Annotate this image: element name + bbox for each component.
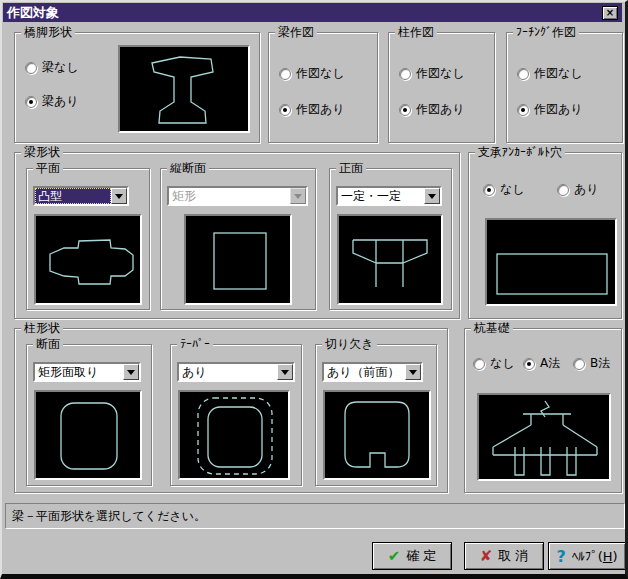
beam-vertical-section-combobox[interactable]: 矩形 — [167, 186, 308, 206]
group-pier-shape: 橋脚形状 梁なし 梁あり — [14, 32, 260, 143]
radio-beam-none[interactable]: 梁なし — [25, 59, 79, 76]
bearing-holes-preview — [485, 218, 617, 306]
radio-bearing-holes-none-label: なし — [500, 181, 525, 198]
group-beam-draw: 梁作図 作図なし 作図あり — [268, 32, 378, 143]
drawing-target-dialog: 作図対象 × 橋脚形状 梁なし 梁あり 梁作図 作図なし 作図あり — [0, 0, 628, 579]
beam-vertical-section-label: 縦断面 — [167, 161, 209, 175]
bearing-holes-graphic — [487, 220, 615, 304]
radio-pile-method-a-circle[interactable] — [523, 358, 535, 370]
radio-bearing-holes-none-circle[interactable] — [483, 184, 495, 196]
beam-front-preview — [337, 214, 443, 305]
column-notch-preview — [323, 390, 431, 480]
help-button-label: ﾍﾙﾌﾟ(H) — [572, 549, 618, 564]
beam-plan-dropdown-arrow-icon[interactable] — [111, 188, 127, 204]
column-taper-combobox[interactable]: あり — [177, 362, 295, 382]
radio-pile-method-a-label: A法 — [540, 355, 560, 372]
column-taper-preview — [178, 390, 290, 480]
radio-pile-none-circle[interactable] — [473, 358, 485, 370]
title-bar[interactable]: 作図対象 × — [3, 3, 622, 22]
radio-pile-none-label: なし — [490, 355, 515, 372]
radio-beam-yes-label: 梁あり — [42, 93, 79, 110]
radio-footing-draw-on[interactable]: 作図あり — [517, 101, 583, 118]
column-taper-value: あり — [179, 364, 277, 380]
column-section-value: 矩形面取り — [35, 364, 123, 380]
radio-footing-draw-on-circle[interactable] — [517, 104, 529, 116]
column-section-combobox[interactable]: 矩形面取り — [33, 362, 141, 382]
group-pile-foundation-label: 杭基礎 — [471, 321, 513, 335]
close-icon: × — [606, 7, 614, 18]
beam-front-label: 正面 — [336, 161, 366, 175]
column-section-dropdown-arrow-icon[interactable] — [123, 364, 139, 380]
cancel-button-label: 取 消 — [498, 547, 528, 565]
beam-plan-combobox[interactable]: 凸型 — [33, 186, 129, 206]
beam-vertical-section-value: 矩形 — [169, 188, 290, 204]
pier-shape-preview — [118, 45, 250, 133]
pile-foundation-preview — [477, 393, 611, 481]
radio-pile-method-b-circle[interactable] — [573, 358, 585, 370]
radio-bearing-holes-yes-label: あり — [574, 181, 599, 198]
beam-plan-preview — [34, 214, 142, 305]
column-taper-dropdown-arrow-icon[interactable] — [277, 364, 293, 380]
column-taper-graphic — [180, 392, 288, 478]
beam-front-value: 一定・一定 — [338, 188, 424, 204]
radio-pile-method-b-label: B法 — [590, 355, 610, 372]
radio-beam-draw-off-label: 作図なし — [296, 65, 345, 82]
radio-column-draw-on[interactable]: 作図あり — [399, 101, 465, 118]
group-beam-shape-label: 梁形状 — [21, 145, 63, 159]
radio-footing-draw-off-circle[interactable] — [517, 68, 529, 80]
radio-beam-draw-on[interactable]: 作図あり — [279, 101, 345, 118]
column-notch-dropdown-arrow-icon[interactable] — [405, 364, 421, 380]
group-footing-draw-label: ﾌｰﾁﾝｸﾞ作図 — [513, 25, 579, 39]
radio-beam-draw-on-circle[interactable] — [279, 104, 291, 116]
beam-vertical-section-preview — [184, 214, 292, 305]
radio-column-draw-on-circle[interactable] — [399, 104, 411, 116]
beam-front-dropdown-arrow-icon[interactable] — [424, 188, 440, 204]
group-footing-draw: ﾌｰﾁﾝｸﾞ作図 作図なし 作図あり — [506, 32, 623, 143]
group-column-shape-label: 柱形状 — [21, 321, 63, 335]
radio-beam-none-circle[interactable] — [25, 62, 37, 74]
column-notch-label: 切り欠き — [322, 337, 377, 351]
question-mark-icon: ? — [556, 547, 565, 566]
beam-vertical-section-graphic — [186, 216, 290, 303]
beam-front-graphic — [339, 216, 441, 303]
radio-bearing-holes-yes[interactable]: あり — [557, 181, 599, 198]
radio-beam-draw-off[interactable]: 作図なし — [279, 65, 345, 82]
radio-beam-yes[interactable]: 梁あり — [25, 93, 79, 110]
radio-beam-draw-off-circle[interactable] — [279, 68, 291, 80]
group-bearing-holes-label: 支承ｱﾝｶｰﾎﾞﾙﾄ穴 — [475, 145, 565, 159]
column-notch-graphic — [325, 392, 429, 478]
column-section-preview — [34, 390, 142, 480]
beam-plan-value: 凸型 — [35, 188, 111, 204]
radio-column-draw-off-label: 作図なし — [416, 65, 465, 82]
radio-pile-method-b[interactable]: B法 — [573, 355, 610, 372]
window-title: 作図対象 — [7, 5, 59, 20]
group-column-draw-label: 柱作図 — [395, 25, 437, 39]
group-beam-draw-label: 梁作図 — [275, 25, 317, 39]
radio-bearing-holes-yes-circle[interactable] — [557, 184, 569, 196]
column-section-label: 断面 — [33, 337, 63, 351]
confirm-button[interactable]: ✔ 確 定 — [372, 542, 452, 570]
beam-plan-label: 平面 — [33, 161, 63, 175]
radio-column-draw-off-circle[interactable] — [399, 68, 411, 80]
status-message: 梁－平面形状を選択してください。 — [12, 509, 206, 523]
radio-bearing-holes-none[interactable]: なし — [483, 181, 525, 198]
x-icon: ✘ — [480, 547, 493, 565]
group-column-draw: 柱作図 作図なし 作図あり — [388, 32, 495, 143]
help-button[interactable]: ? ﾍﾙﾌﾟ(H) — [548, 542, 626, 570]
radio-pile-method-a[interactable]: A法 — [523, 355, 560, 372]
column-section-graphic — [36, 392, 140, 478]
radio-pile-none[interactable]: なし — [473, 355, 515, 372]
radio-footing-draw-off[interactable]: 作図なし — [517, 65, 583, 82]
column-notch-combobox[interactable]: あり（前面） — [322, 362, 423, 382]
close-button[interactable]: × — [602, 6, 618, 20]
beam-vertical-section-dropdown-arrow-icon[interactable] — [290, 188, 306, 204]
radio-beam-yes-circle[interactable] — [25, 96, 37, 108]
group-pile-foundation: 杭基礎 なし A法 B法 — [464, 328, 622, 493]
pile-foundation-graphic — [479, 395, 609, 479]
radio-beam-none-label: 梁なし — [42, 59, 79, 76]
cancel-button[interactable]: ✘ 取 消 — [464, 542, 544, 570]
radio-column-draw-on-label: 作図あり — [416, 101, 465, 118]
check-icon: ✔ — [388, 547, 401, 565]
beam-front-combobox[interactable]: 一定・一定 — [336, 186, 442, 206]
radio-column-draw-off[interactable]: 作図なし — [399, 65, 465, 82]
